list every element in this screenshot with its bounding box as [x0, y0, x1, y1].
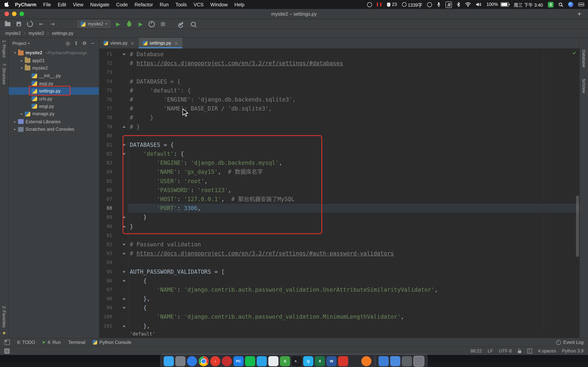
dock-icon-netease-music[interactable]: ♪ — [210, 356, 220, 366]
breadcrumb-item[interactable]: settings.py — [52, 31, 73, 36]
run-icon[interactable]: ▶ — [114, 21, 122, 27]
code-line-86[interactable]: 86 'PASSWORD': 'root123', — [99, 186, 579, 195]
code-editor[interactable]: ✔ 71# Database72# https://docs.djangopro… — [99, 49, 579, 330]
favorites-star-icon[interactable]: ★ — [2, 330, 6, 335]
code-text[interactable]: # https://docs.djangoproject.com/en/3.2/… — [128, 249, 579, 258]
hide-icon[interactable]: − — [88, 41, 97, 46]
code-line-87[interactable]: 87 'HOST': '127.0.0.1', # 那台机器安装了MySQL — [99, 195, 579, 204]
code-text[interactable]: 'USER': 'root', — [128, 177, 579, 186]
gutter[interactable]: 86 — [99, 186, 128, 195]
tool-window-switcher-icon[interactable] — [5, 340, 10, 345]
fold-marker-icon[interactable] — [123, 307, 126, 309]
expand-collapse-icon[interactable]: ↕ — [72, 41, 80, 46]
code-text[interactable] — [128, 258, 579, 267]
gutter[interactable]: 89 — [99, 213, 128, 222]
gutter[interactable]: 96 — [99, 276, 128, 285]
gutter[interactable]: 76 — [99, 95, 128, 104]
code-line-100[interactable]: 100 'NAME': 'django.contrib.auth.passwor… — [99, 313, 579, 322]
sogou-icon[interactable]: S — [548, 2, 553, 7]
menu-refactor[interactable]: Refactor — [131, 2, 156, 7]
code-line-83[interactable]: 83 'ENGINE': 'django.db.backends.mysql', — [99, 158, 579, 167]
dock-icon-folder-downloads[interactable] — [390, 356, 400, 366]
aperture-icon[interactable] — [367, 2, 372, 7]
gutter[interactable]: 93 — [99, 249, 128, 258]
code-line-77[interactable]: 77# 'NAME': BASE_DIR / 'db.sqlite3', — [99, 104, 579, 113]
code-text[interactable]: 'default': { — [128, 150, 579, 158]
bluetooth-icon[interactable] — [457, 2, 460, 7]
menu-pycharm[interactable]: PyCharm — [12, 2, 40, 7]
tool-stripe-sciview[interactable]: SciView — [582, 79, 586, 93]
word-count-icon[interactable]: 1339字 — [402, 1, 422, 8]
gutter[interactable]: 85 — [99, 177, 128, 186]
gutter[interactable]: 73 — [99, 68, 128, 77]
at-circle-icon[interactable] — [427, 2, 432, 7]
code-text[interactable]: 'NAME': 'django.contrib.auth.password_va… — [128, 285, 579, 294]
fold-marker-icon[interactable] — [123, 53, 126, 55]
gutter[interactable]: 101 — [99, 322, 128, 330]
dock-icon-terminal[interactable]: >_ — [292, 356, 302, 366]
code-text[interactable]: 'PORT': 3306, — [128, 204, 579, 213]
code-text[interactable]: }, — [128, 294, 579, 303]
code-text[interactable]: # } — [128, 113, 579, 122]
tool-stripe-database[interactable]: Database — [582, 50, 586, 67]
code-line-91[interactable]: 91 — [99, 231, 579, 240]
gutter[interactable]: 98 — [99, 294, 128, 303]
recording-icon[interactable] — [377, 3, 382, 7]
code-text[interactable]: { — [128, 303, 579, 312]
code-text[interactable]: # } — [128, 122, 579, 131]
column-mode-icon[interactable] — [527, 349, 532, 353]
menu-navigate[interactable]: Navigate — [87, 2, 113, 7]
inspection-ok-icon[interactable]: ✔ — [573, 50, 577, 56]
search-everywhere-icon[interactable] — [190, 21, 197, 27]
code-line-98[interactable]: 98 }, — [99, 294, 579, 303]
project-tree-item-asgi.py[interactable]: asgi.py — [9, 80, 99, 87]
chevron-right-icon[interactable]: ▸ — [19, 112, 24, 116]
close-window-button[interactable] — [5, 12, 9, 16]
code-text[interactable]: # 'ENGINE': 'django.db.backends.sqlite3'… — [128, 95, 579, 104]
volume-icon[interactable] — [476, 2, 482, 7]
project-tree-item-mysite2[interactable]: ▾mysite2~/PycharmProjects/gx — [9, 49, 99, 57]
dock-icon-app-stack[interactable] — [402, 356, 412, 366]
dock-icon-excel[interactable]: X — [315, 356, 325, 366]
project-tree-item-mysite2[interactable]: ▾mysite2 — [9, 64, 99, 72]
tab-settings-py[interactable]: settings.py× — [139, 38, 182, 48]
fold-marker-icon[interactable] — [123, 252, 126, 254]
fold-marker-icon[interactable] — [123, 325, 126, 327]
synchronize-icon[interactable] — [26, 21, 34, 27]
fold-marker-icon[interactable] — [123, 153, 126, 155]
fold-marker-icon[interactable] — [123, 244, 126, 246]
zoom-window-button[interactable] — [19, 12, 24, 16]
code-text[interactable]: }, — [128, 322, 579, 330]
siri-icon[interactable] — [568, 2, 573, 7]
code-line-81[interactable]: 81DATABASES = { — [99, 140, 579, 149]
code-line-101[interactable]: 101 }, — [99, 322, 579, 330]
dock-icon-qq-music[interactable] — [222, 356, 232, 366]
gutter[interactable]: 74 — [99, 77, 128, 86]
open-icon[interactable] — [4, 21, 11, 27]
fold-marker-icon[interactable] — [123, 216, 126, 218]
tool-stripe-favorites[interactable]: 2: Favorites — [2, 306, 7, 327]
python-interpreter[interactable]: Python 3.9 — [562, 348, 583, 353]
dock-icon-wechat[interactable] — [245, 356, 255, 366]
code-line-75[interactable]: 75# 'default': { — [99, 86, 579, 95]
code-text[interactable]: # Password validation — [128, 240, 579, 249]
chevron-down-icon[interactable]: ▾ — [28, 41, 30, 45]
breadcrumb-item[interactable]: mysite2 — [28, 31, 44, 36]
chevron-right-icon[interactable]: ▸ — [12, 127, 17, 131]
dock-icon-app-dark[interactable] — [350, 356, 360, 366]
lock-icon[interactable] — [518, 350, 521, 353]
dictation-mic-icon[interactable] — [437, 2, 441, 7]
gutter[interactable]: 92 — [99, 240, 128, 249]
code-text[interactable]: AUTH_PASSWORD_VALIDATORS = [ — [128, 267, 579, 276]
code-text[interactable]: 'ENGINE': 'django.db.backends.mysql', — [128, 158, 579, 167]
breadcrumb-context[interactable]: 'default' — [130, 331, 155, 337]
fold-marker-icon[interactable] — [123, 125, 126, 127]
tab-views-py[interactable]: views.py× — [99, 38, 139, 48]
dock-icon-app-blue[interactable] — [257, 356, 267, 366]
save-all-icon[interactable] — [15, 21, 22, 27]
locate-icon[interactable]: ◎ — [64, 41, 72, 46]
code-line-76[interactable]: 76# 'ENGINE': 'django.db.backends.sqlite… — [99, 95, 579, 104]
code-line-73[interactable]: 73 — [99, 68, 579, 77]
code-line-94[interactable]: 94 — [99, 258, 579, 267]
code-text[interactable]: # 'default': { — [128, 86, 579, 95]
